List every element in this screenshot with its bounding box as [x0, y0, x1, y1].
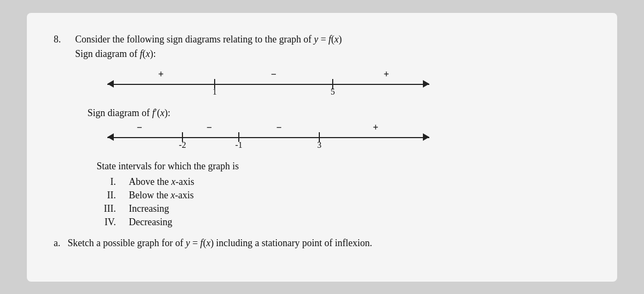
tick-label-fp-neg1: -1 [235, 140, 242, 150]
arrow-left-fp [107, 133, 114, 141]
axis-line-f [107, 84, 429, 85]
sign-diagram-fp-label: Sign diagram of f′(x): [54, 107, 590, 119]
list-num-3: III. [97, 203, 116, 214]
sign-fp-plus: + [373, 122, 378, 133]
list-item-2: II. Below the x-axis [97, 190, 590, 201]
question-header: 8. Consider the following sign diagrams … [54, 32, 590, 61]
list-text-1: Above the x-axis [129, 176, 194, 188]
sign-f-plus2: + [384, 69, 389, 80]
sign-fp-minus3: − [276, 122, 282, 133]
list-text-4: Decreasing [129, 217, 172, 228]
list-item-4: IV. Decreasing [97, 217, 590, 228]
sign-diagram-f: 1 5 + − + [97, 71, 590, 97]
list-item-1: I. Above the x-axis [97, 176, 590, 188]
list-item-3: III. Increasing [97, 203, 590, 214]
tick-label-f-5: 5 [331, 87, 335, 97]
func-inline: f [328, 34, 331, 45]
part-a-text: Sketch a possible graph for of y = f(x) … [68, 238, 372, 248]
sign-diagram-fp: -2 -1 3 − − − + [97, 124, 590, 150]
tick-label-fp-neg2: -2 [179, 140, 186, 150]
arrow-right-fp [423, 133, 429, 141]
part-a-label: a. [54, 238, 65, 248]
list-items: I. Above the x-axis II. Below the x-axis… [97, 176, 590, 228]
arrow-right-f [423, 80, 429, 88]
numberline-fp: -2 -1 3 − − − + [97, 124, 429, 150]
question-number: 8. [54, 32, 69, 61]
list-text-3: Increasing [129, 203, 169, 214]
numberline-f: 1 5 + − + [97, 71, 429, 97]
list-num-2: II. [97, 190, 116, 201]
tick-label-fp-3: 3 [317, 140, 321, 150]
card: 8. Consider the following sign diagrams … [27, 13, 617, 282]
f-label: f [140, 48, 142, 59]
state-intervals-label: State intervals for which the graph is [97, 161, 590, 172]
list-num-1: I. [97, 176, 116, 188]
part-a: a. Sketch a possible graph for of y = f(… [54, 238, 590, 249]
question-text: Consider the following sign diagrams rel… [75, 32, 342, 61]
sign-f-plus1: + [158, 69, 164, 80]
equation-inline: y [314, 34, 318, 45]
sign-fp-minus2: − [207, 122, 212, 133]
list-text-2: Below the x-axis [129, 190, 194, 201]
tick-label-f-1: 1 [213, 87, 217, 97]
sign-fp-minus1: − [137, 122, 142, 133]
list-num-4: IV. [97, 217, 116, 228]
sign-f-minus: − [271, 69, 276, 80]
axis-line-fp [107, 137, 429, 138]
arrow-left-f [107, 80, 114, 88]
